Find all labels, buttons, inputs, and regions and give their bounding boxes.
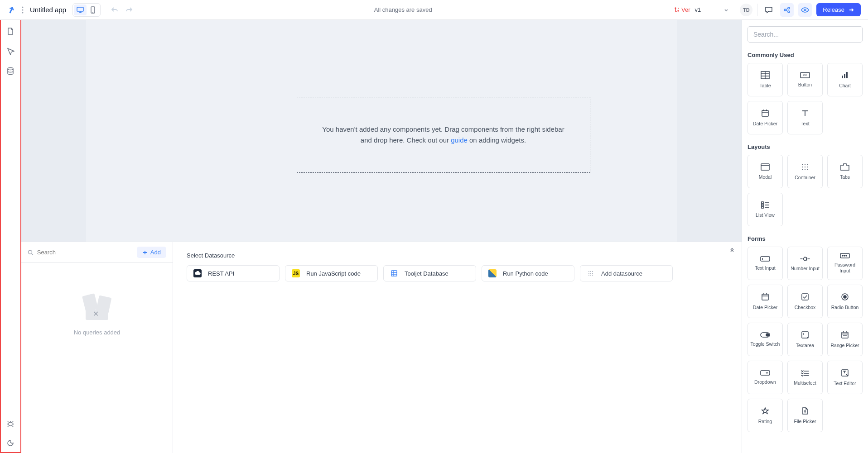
svg-point-69: [842, 255, 843, 256]
component-checkbox[interactable]: Checkbox: [787, 285, 823, 318]
component-listview[interactable]: List View: [747, 193, 783, 226]
section-commonly-used: Commonly Used: [747, 52, 863, 58]
svg-point-0: [22, 6, 24, 8]
datasource-rest-api[interactable]: REST API: [187, 265, 280, 281]
app-logo-icon: [7, 6, 15, 14]
component-dropdown[interactable]: Dropdown: [747, 361, 783, 394]
component-number-input[interactable]: Number Input: [787, 247, 823, 280]
text-editor-icon: [841, 369, 849, 377]
svg-point-27: [588, 273, 589, 274]
inspector-icon[interactable]: [6, 47, 15, 56]
svg-point-71: [846, 255, 847, 256]
debug-icon[interactable]: [6, 420, 15, 429]
component-toggle[interactable]: Toggle Switch: [747, 323, 783, 356]
query-search[interactable]: [28, 249, 132, 256]
svg-point-14: [8, 68, 13, 70]
desktop-view-button[interactable]: [74, 5, 87, 15]
top-header: Untitled app All changes are saved Ver v…: [0, 0, 868, 20]
share-button[interactable]: [780, 3, 794, 17]
component-range-picker[interactable]: Range Picker: [827, 323, 863, 356]
svg-rect-76: [802, 294, 808, 300]
component-chart[interactable]: Chart: [827, 63, 863, 96]
listview-icon: [761, 201, 769, 209]
datasource-heading: Select Datasource: [187, 252, 728, 259]
component-table[interactable]: Table: [747, 63, 783, 96]
radio-icon: [841, 293, 849, 301]
preview-button[interactable]: [798, 3, 812, 17]
comments-button[interactable]: [762, 3, 776, 17]
svg-rect-88: [761, 371, 770, 375]
redo-button[interactable]: [123, 4, 135, 16]
svg-line-11: [786, 9, 788, 10]
svg-point-16: [28, 250, 32, 253]
text-input-icon: [760, 256, 770, 262]
datasource-python[interactable]: Run Python code: [482, 265, 574, 281]
svg-point-70: [844, 255, 845, 256]
query-panel: Add ✕ No queries added Select Datasource…: [21, 242, 742, 453]
section-forms: Forms: [747, 235, 863, 242]
javascript-icon: JS: [292, 269, 300, 277]
component-rating[interactable]: Rating: [747, 399, 783, 432]
component-modal[interactable]: Modal: [747, 155, 783, 188]
component-search-input[interactable]: [747, 26, 863, 43]
svg-rect-39: [842, 76, 843, 78]
canvas-page[interactable]: You haven't added any components yet. Dr…: [86, 20, 677, 242]
app-title[interactable]: Untitled app: [30, 6, 66, 14]
number-input-icon: [800, 256, 810, 262]
version-value: v1: [695, 6, 701, 13]
database-icon: [390, 269, 398, 277]
datasource-icon[interactable]: [6, 67, 15, 76]
svg-point-80: [766, 334, 769, 336]
component-text[interactable]: Text: [787, 101, 823, 134]
component-text-editor[interactable]: Text Editor: [827, 361, 863, 394]
guide-link[interactable]: guide: [451, 136, 468, 144]
calendar-icon: [761, 109, 769, 117]
pages-icon[interactable]: [6, 27, 15, 36]
datasource-add[interactable]: Add datasource: [580, 265, 673, 281]
svg-rect-83: [842, 332, 848, 338]
user-avatar[interactable]: TD: [740, 4, 752, 16]
container-icon: [801, 163, 809, 171]
theme-icon[interactable]: [6, 439, 15, 448]
component-multiselect[interactable]: Multiselect: [787, 361, 823, 394]
datasource-tooljet-db[interactable]: Tooljet Database: [383, 265, 476, 281]
add-datasource-icon: [587, 269, 595, 277]
svg-rect-59: [762, 202, 763, 204]
empty-illustration-icon: ✕: [81, 295, 113, 320]
svg-point-78: [844, 296, 846, 298]
svg-point-56: [802, 169, 803, 170]
component-password-input[interactable]: Password Input: [827, 247, 863, 280]
svg-rect-65: [761, 257, 770, 261]
mobile-view-button[interactable]: [87, 5, 99, 15]
version-selector[interactable]: Ver v1: [670, 5, 733, 15]
query-search-input[interactable]: [37, 249, 132, 256]
drop-zone[interactable]: You haven't added any components yet. Dr…: [297, 97, 590, 173]
query-sidebar: Add ✕ No queries added: [21, 242, 173, 453]
collapse-panel-icon[interactable]: [729, 247, 735, 253]
svg-point-30: [588, 275, 589, 276]
component-textarea[interactable]: Textarea: [787, 323, 823, 356]
component-datepicker[interactable]: Date Picker: [747, 101, 783, 134]
divider: [757, 4, 757, 16]
component-text-input[interactable]: Text Input: [747, 247, 783, 280]
svg-rect-61: [762, 204, 763, 206]
undo-button[interactable]: [109, 4, 121, 16]
svg-point-32: [592, 275, 593, 276]
add-query-button[interactable]: Add: [137, 247, 166, 258]
component-file-picker[interactable]: File Picker: [787, 399, 823, 432]
device-toggle: [72, 3, 101, 17]
component-tabs[interactable]: Tabs: [827, 155, 863, 188]
table-icon: [761, 71, 770, 79]
component-datepicker-2[interactable]: Date Picker: [747, 285, 783, 318]
component-radio[interactable]: Radio Button: [827, 285, 863, 318]
component-container[interactable]: Container: [787, 155, 823, 188]
textarea-icon: [801, 331, 809, 339]
component-button[interactable]: OKButton: [787, 63, 823, 96]
svg-rect-3: [77, 7, 83, 11]
release-button[interactable]: Release: [816, 3, 861, 16]
svg-rect-20: [391, 271, 397, 276]
datasource-javascript[interactable]: JS Run JavaScript code: [285, 265, 378, 281]
app-menu-dots-icon[interactable]: [22, 6, 24, 14]
rest-api-icon: [193, 269, 202, 277]
svg-point-58: [807, 169, 808, 170]
